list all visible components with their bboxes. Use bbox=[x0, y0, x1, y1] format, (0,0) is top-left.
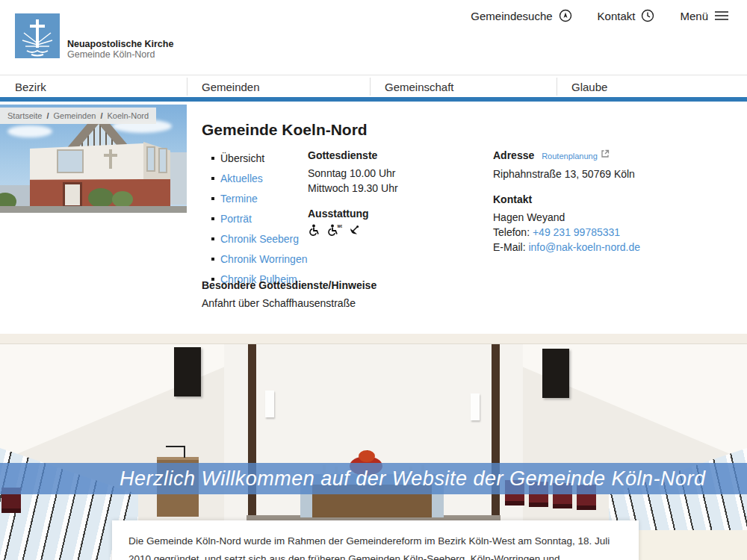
location-circle-icon bbox=[559, 9, 572, 22]
wheelchair-wc-icon: WC bbox=[326, 224, 342, 237]
side-menu: Übersicht Aktuelles Termine Porträt Chro… bbox=[211, 152, 309, 293]
phone-link[interactable]: +49 231 99785331 bbox=[533, 226, 620, 238]
equipment-icons: WC bbox=[308, 224, 480, 237]
speaker bbox=[174, 347, 201, 396]
brand-name: Neuapostolische Kirche bbox=[67, 39, 173, 49]
brand-subtitle: Gemeinde Köln-Nord bbox=[67, 49, 173, 60]
entrance-door bbox=[63, 182, 82, 208]
contact-email-row: E-Mail: info@nak-koeln-nord.de bbox=[493, 240, 717, 255]
header-quicklinks: Gemeindesuche Kontakt Menü bbox=[471, 9, 729, 22]
bush bbox=[88, 188, 114, 208]
speaker bbox=[542, 349, 569, 398]
wall-lamp bbox=[471, 393, 480, 420]
facade-cross-emblem bbox=[104, 154, 117, 157]
bullet-square-icon bbox=[211, 258, 214, 261]
brand: Neuapostolische Kirche Gemeinde Köln-Nor… bbox=[67, 39, 173, 60]
quicklink-gemeindesuche[interactable]: Gemeindesuche bbox=[471, 9, 571, 22]
breadcrumb: Startseite / Gemeinden / Koeln-Nord bbox=[0, 108, 156, 124]
quicklink-kontakt[interactable]: Kontakt bbox=[598, 9, 655, 22]
sidebar-item-label: Chronik Worringen bbox=[220, 253, 307, 265]
route-planner-link[interactable]: Routenplanung bbox=[542, 152, 598, 161]
services-column: Gottesdienste Sonntag 10.00 Uhr Mittwoch… bbox=[308, 148, 480, 237]
flower-arrangement bbox=[359, 450, 375, 462]
special-services: Besondere Gottesdienste/Hinweise Anfahrt… bbox=[202, 278, 376, 311]
sidebar-item-portraet[interactable]: Porträt bbox=[211, 213, 309, 225]
service-time: Mittwoch 19.30 Uhr bbox=[308, 181, 480, 196]
sidebar-item-termine[interactable]: Termine bbox=[211, 193, 309, 205]
facade-window bbox=[146, 146, 155, 172]
church-logo[interactable] bbox=[15, 13, 60, 58]
facade-window bbox=[158, 148, 167, 173]
sidebar-item-label: Übersicht bbox=[220, 152, 264, 164]
address-contact-column: Adresse Routenplanung Riphahnstraße 13, … bbox=[493, 148, 717, 255]
quicklink-label: Gemeindesuche bbox=[471, 10, 552, 22]
church-logo-icon bbox=[15, 13, 60, 58]
intro-card: Die Gemeinde Köln-Nord wurde im Rahmen d… bbox=[112, 520, 639, 560]
email-label: E-Mail: bbox=[493, 241, 526, 253]
special-services-heading: Besondere Gottesdienste/Hinweise bbox=[202, 278, 376, 293]
nav-divider bbox=[557, 78, 557, 96]
hamburger-icon bbox=[714, 10, 729, 22]
sidebar-item-label: Chronik Seeberg bbox=[220, 233, 299, 245]
content-section: Startseite / Gemeinden / Koeln-Nord Geme… bbox=[0, 102, 747, 334]
nav-divider bbox=[370, 78, 371, 96]
quicklink-menu[interactable]: Menü bbox=[680, 10, 729, 22]
sidebar-item-label: Aktuelles bbox=[220, 172, 263, 184]
address-heading: Adresse Routenplanung bbox=[493, 148, 717, 164]
bullet-square-icon bbox=[211, 217, 214, 220]
facade-cross-emblem bbox=[109, 149, 112, 169]
nav-item-bezirk[interactable]: Bezirk bbox=[15, 81, 46, 93]
breadcrumb-separator: / bbox=[46, 111, 49, 120]
bush bbox=[112, 191, 133, 208]
breadcrumb-separator: / bbox=[100, 111, 102, 120]
contact-heading: Kontakt bbox=[493, 192, 717, 207]
quicklink-label: Menü bbox=[680, 10, 708, 22]
bullet-square-icon bbox=[211, 177, 214, 180]
wheelchair-icon bbox=[308, 224, 320, 237]
cloud bbox=[7, 125, 52, 137]
bullet-square-icon bbox=[211, 237, 214, 240]
church-facade bbox=[30, 143, 143, 181]
contact-name: Hagen Weyand bbox=[493, 210, 717, 225]
intro-text: Die Gemeinde Köln-Nord wurde im Rahmen d… bbox=[128, 532, 622, 560]
services-heading: Gottesdienste bbox=[308, 148, 480, 163]
bullet-square-icon bbox=[211, 197, 214, 200]
address-heading-label: Adresse bbox=[493, 149, 534, 161]
sidebar-item-chronik-worringen[interactable]: Chronik Worringen bbox=[211, 253, 309, 265]
email-link[interactable]: info@nak-koeln-nord.de bbox=[528, 241, 640, 253]
microphone bbox=[166, 446, 185, 458]
page-title: Gemeinde Koeln-Nord bbox=[202, 121, 368, 139]
service-time: Sonntag 10.00 Uhr bbox=[308, 166, 480, 181]
sidebar-item-chronik-seeberg[interactable]: Chronik Seeberg bbox=[211, 233, 309, 245]
nav-item-gemeinschaft[interactable]: Gemeinschaft bbox=[385, 81, 454, 93]
breadcrumb-startseite[interactable]: Startseite bbox=[7, 111, 42, 120]
svg-text:WC: WC bbox=[338, 224, 343, 228]
address-line: Riphahnstraße 13, 50769 Köln bbox=[493, 167, 717, 181]
church-exterior-photo: Startseite / Gemeinden / Koeln-Nord bbox=[0, 105, 187, 213]
bullet-square-icon bbox=[211, 157, 214, 160]
breadcrumb-current: Koeln-Nord bbox=[107, 111, 149, 120]
sidebar-item-uebersicht[interactable]: Übersicht bbox=[211, 152, 309, 164]
sidebar-item-label: Termine bbox=[220, 193, 258, 205]
special-services-text: Anfahrt über Schaffhausenstraße bbox=[202, 296, 376, 311]
page: Neuapostolische Kirche Gemeinde Köln-Nor… bbox=[0, 0, 747, 560]
welcome-banner-text: Herzlich Willkommen auf der Website der … bbox=[120, 467, 706, 491]
quicklink-label: Kontakt bbox=[598, 10, 636, 22]
sidebar-item-label: Porträt bbox=[220, 213, 252, 225]
phone-label: Telefon: bbox=[493, 226, 530, 238]
nav-item-glaube[interactable]: Glaube bbox=[571, 81, 607, 93]
contact-phone-row: Telefon: +49 231 99785331 bbox=[493, 225, 717, 240]
equipment-heading: Ausstattung bbox=[308, 206, 480, 221]
ground bbox=[0, 206, 187, 213]
nav-divider bbox=[187, 78, 187, 96]
welcome-banner: Herzlich Willkommen auf der Website der … bbox=[0, 463, 747, 494]
clock-circle-icon bbox=[641, 9, 654, 22]
ceiling bbox=[0, 334, 747, 344]
nav-item-gemeinden[interactable]: Gemeinden bbox=[202, 81, 260, 93]
sidebar-item-aktuelles[interactable]: Aktuelles bbox=[211, 172, 309, 184]
main-nav: Bezirk Gemeinden Gemeinschaft Glaube bbox=[0, 75, 747, 97]
external-link-icon bbox=[601, 149, 610, 158]
wall-lamp bbox=[265, 391, 274, 417]
header: Neuapostolische Kirche Gemeinde Köln-Nor… bbox=[0, 0, 747, 75]
breadcrumb-gemeinden[interactable]: Gemeinden bbox=[54, 111, 96, 120]
